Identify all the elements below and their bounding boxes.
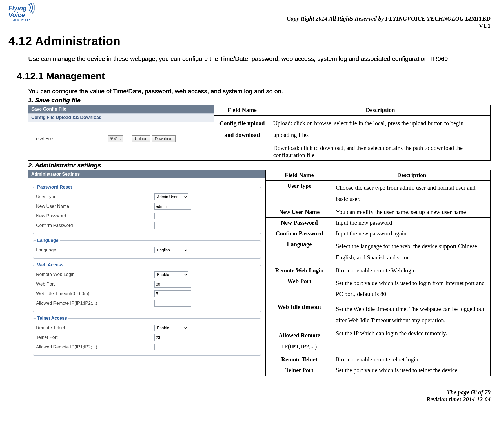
save-config-screenshot: Save Config File Config File Upload && D… <box>28 105 214 161</box>
subsection-title: 4.12.1 Management <box>17 70 491 81</box>
table-cell: Remote Telnet <box>266 354 333 365</box>
telnet-access-fieldset: Telnet Access Remote Telnet Enable Telne… <box>33 316 261 356</box>
new-user-name-input[interactable] <box>154 203 191 210</box>
table-cell: Config file upload and download <box>214 116 270 161</box>
web-idle-timeout-input[interactable] <box>154 290 191 297</box>
language-label: Language <box>36 248 154 253</box>
panel-title: Administrator Settings <box>28 170 265 178</box>
user-type-label: User Type <box>36 194 154 199</box>
version-text: V1.1 <box>287 22 491 29</box>
confirm-password-label: Confirm Password <box>36 223 154 228</box>
admin-settings-screenshot: Administrator Settings Password Reset Us… <box>28 170 266 376</box>
table-cell: Web Idle timeout <box>266 302 333 328</box>
table-cell: Telnet Port <box>266 365 333 376</box>
remote-web-login-label: Remote Web Login <box>36 272 154 277</box>
panel-title: Save Config File <box>28 105 214 113</box>
upload-button[interactable]: Upload <box>132 135 150 142</box>
table-cell: Remote Web Login <box>266 265 333 276</box>
remote-telnet-select[interactable]: Enable <box>154 325 188 331</box>
table-header: Description <box>270 105 490 116</box>
table-cell: Choose the user type from admin user and… <box>333 181 490 207</box>
table-cell: If or not enable remote Web login <box>333 265 490 276</box>
svg-text:Voice over IP: Voice over IP <box>12 18 30 21</box>
table-cell: Language <box>266 239 333 265</box>
copyright-text: Copy Right 2014 All Rights Reserved by F… <box>287 15 491 22</box>
table-cell: New Password <box>266 217 333 228</box>
fieldset-legend: Language <box>36 238 60 243</box>
telnet-port-label: Telnet Port <box>36 335 154 340</box>
allowed-remote-ip-label: Allowed Remote IP(IP1;IP2;...) <box>36 301 154 306</box>
new-password-label: New Password <box>36 213 154 219</box>
table-cell: Select the language for the web, the dev… <box>333 239 490 265</box>
table-header: Description <box>333 170 490 181</box>
table-cell: User type <box>266 181 333 207</box>
language-select[interactable]: English <box>154 247 188 253</box>
telnet-allowed-ip-input[interactable] <box>154 344 191 350</box>
table-cell: Download: click to download, and then se… <box>270 143 490 161</box>
section-title: 4.12 Administration <box>8 34 491 48</box>
table-cell: Web Port <box>266 276 333 302</box>
page-header: Flying Voice Voice over IP Copy Right 20… <box>8 3 491 29</box>
table-cell: New User Name <box>266 207 333 217</box>
user-type-select[interactable]: Admin User <box>154 193 188 200</box>
save-config-table: Field Name Description Config file uploa… <box>214 105 491 161</box>
table-cell: If or not enable remote telnet login <box>333 354 490 365</box>
page-number: The page 68 of 79 <box>8 389 491 396</box>
local-file-input[interactable]: 浏览… <box>64 135 123 142</box>
subsection-desc: You can configure the value of Time/Date… <box>28 88 491 95</box>
web-idle-timeout-label: Web Idle Timeout(0 - 60m) <box>36 291 154 296</box>
browse-button[interactable]: 浏览… <box>108 135 123 142</box>
table-cell: Set the IP which can login the device re… <box>333 328 490 354</box>
telnet-port-input[interactable] <box>154 334 191 341</box>
table-cell: Set the port value which is used to teln… <box>333 365 490 376</box>
download-button[interactable]: Download <box>152 135 175 142</box>
table-cell: Input the new password again <box>333 228 490 239</box>
table-header: Field Name <box>266 170 333 181</box>
table-cell: Set the port value which is used to logi… <box>333 276 490 302</box>
confirm-password-input[interactable] <box>154 222 191 229</box>
logo: Flying Voice Voice over IP <box>8 3 42 23</box>
new-user-name-label: New User Name <box>36 204 154 209</box>
table-cell: Allowed Remote IP(IP1,IP2,...) <box>266 328 333 354</box>
remote-telnet-label: Remote Telnet <box>36 325 154 330</box>
panel-subtitle: Config File Upload && Download <box>28 113 214 122</box>
table-cell: Set the Web Idle timeout time. The webpa… <box>333 302 490 328</box>
table-cell: Upload: click on browse, select file in … <box>270 116 490 143</box>
web-port-label: Web Port <box>36 282 154 287</box>
copyright-block: Copy Right 2014 All Rights Reserved by F… <box>287 15 491 29</box>
table-cell: Input the new password <box>333 217 490 228</box>
section-intro: Use can manage the device in these webpa… <box>28 55 491 63</box>
new-password-input[interactable] <box>154 213 191 219</box>
language-fieldset: Language Language English <box>33 238 261 259</box>
revision-time: Revision time: 2014-12-04 <box>8 396 491 403</box>
allowed-remote-ip-input[interactable] <box>154 300 191 307</box>
item-2-heading: 2. Administrator settings <box>28 162 491 169</box>
fieldset-legend: Web Access <box>36 262 65 268</box>
save-config-row: Save Config File Config File Upload && D… <box>28 105 491 161</box>
admin-settings-table: Field Name Description User typeChoose t… <box>266 170 491 376</box>
remote-web-login-select[interactable]: Enable <box>154 271 188 278</box>
table-cell: Confirm Password <box>266 228 333 239</box>
item-1-heading: 1. Save config file <box>28 97 491 104</box>
table-header: Field Name <box>214 105 270 116</box>
web-port-input[interactable] <box>154 281 191 288</box>
fieldset-legend: Password Reset <box>36 185 73 190</box>
web-access-fieldset: Web Access Remote Web Login Enable Web P… <box>33 262 261 312</box>
password-reset-fieldset: Password Reset User Type Admin User New … <box>33 185 261 234</box>
svg-text:Flying: Flying <box>8 5 27 12</box>
page-footer: The page 68 of 79 Revision time: 2014-12… <box>8 389 491 403</box>
admin-settings-row: Administrator Settings Password Reset Us… <box>28 170 491 376</box>
table-cell: You can modify the user name, set up a n… <box>333 207 490 217</box>
telnet-allowed-ip-label: Allowed Remote IP(IP1;IP2;...) <box>36 345 154 350</box>
svg-text:Voice: Voice <box>8 11 25 18</box>
fieldset-legend: Telnet Access <box>36 316 68 321</box>
local-file-label: Local File <box>34 136 53 141</box>
